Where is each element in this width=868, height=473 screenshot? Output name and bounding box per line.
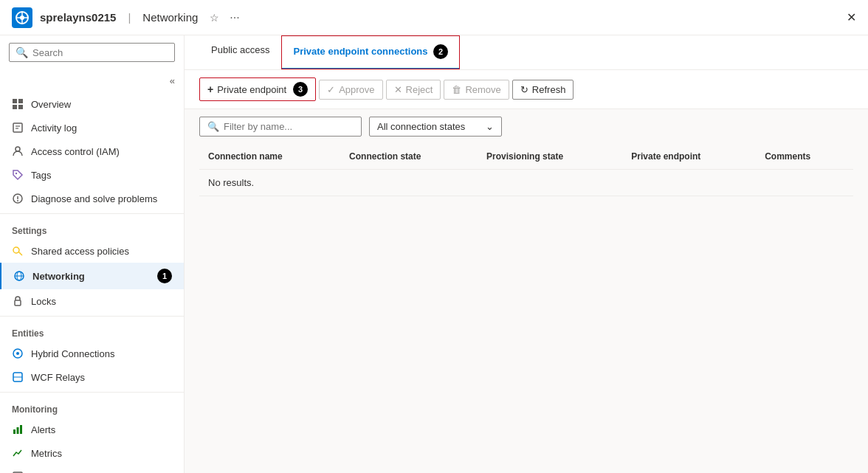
chevron-down-icon: ⌄ bbox=[486, 121, 494, 132]
svg-rect-8 bbox=[18, 105, 23, 109]
sidebar-item-wcf-relays[interactable]: WCF Relays bbox=[0, 365, 184, 389]
svg-rect-22 bbox=[15, 300, 21, 305]
refresh-button[interactable]: ↻ Refresh bbox=[512, 80, 574, 100]
sidebar-item-shared-access[interactable]: Shared access policies bbox=[0, 239, 184, 263]
search-box[interactable]: 🔍 bbox=[9, 43, 175, 62]
tab-private-label: Private endpoint connections bbox=[293, 46, 427, 57]
sidebar-item-overview[interactable]: Overview bbox=[0, 92, 184, 116]
sidebar-label-metrics: Metrics bbox=[31, 448, 62, 459]
svg-rect-28 bbox=[17, 427, 19, 434]
chevron-left-icon: « bbox=[170, 75, 175, 86]
svg-point-24 bbox=[16, 352, 19, 355]
svg-rect-29 bbox=[20, 425, 22, 434]
svg-rect-7 bbox=[13, 105, 17, 109]
sidebar-label-alerts: Alerts bbox=[31, 424, 55, 435]
reject-icon: ✕ bbox=[394, 84, 402, 95]
filter-row: 🔍 All connection states ⌄ bbox=[185, 109, 868, 144]
reject-button[interactable]: ✕ Reject bbox=[386, 80, 441, 100]
svg-rect-27 bbox=[13, 429, 16, 434]
sidebar-label-wcf: WCF Relays bbox=[31, 372, 85, 383]
sidebar-label-hybrid: Hybrid Connections bbox=[31, 348, 114, 359]
sidebar-item-hybrid-connections[interactable]: Hybrid Connections bbox=[0, 342, 184, 365]
table-no-results-row: No results. bbox=[199, 170, 853, 196]
refresh-icon: ↻ bbox=[520, 84, 528, 95]
tabs-bar: Public access Private endpoint connectio… bbox=[185, 35, 868, 70]
sidebar-item-diagnostic[interactable]: Diagnostic settings bbox=[0, 465, 184, 473]
favorite-icon[interactable]: ☆ bbox=[210, 12, 219, 24]
hybrid-icon bbox=[12, 348, 24, 359]
connections-table: Connection name Connection state Provisi… bbox=[199, 144, 853, 196]
overview-icon bbox=[12, 98, 24, 110]
sidebar-label-tags: Tags bbox=[31, 170, 51, 181]
col-provisioning-state: Provisioning state bbox=[478, 144, 622, 170]
sidebar-item-activity-log[interactable]: Activity log bbox=[0, 116, 184, 139]
svg-rect-5 bbox=[13, 99, 17, 103]
collapse-button[interactable]: « bbox=[0, 69, 184, 92]
settings-divider bbox=[0, 213, 184, 214]
lock-icon bbox=[12, 295, 24, 307]
entities-divider bbox=[0, 316, 184, 317]
monitoring-section-label: Monitoring bbox=[0, 396, 184, 418]
title-separator: | bbox=[128, 11, 131, 24]
app-icon bbox=[12, 7, 32, 28]
resource-name: sprelayns0215 bbox=[40, 11, 116, 24]
sidebar-label-overview: Overview bbox=[31, 99, 71, 110]
private-endpoint-label: Private endpoint bbox=[217, 84, 286, 95]
trash-icon: 🗑 bbox=[452, 84, 461, 95]
search-input[interactable] bbox=[32, 47, 168, 58]
sidebar-item-alerts[interactable]: Alerts bbox=[0, 418, 184, 441]
col-connection-name: Connection name bbox=[199, 144, 340, 170]
settings-section-label: Settings bbox=[0, 217, 184, 239]
diagnose-icon bbox=[12, 193, 24, 204]
page-title: Networking bbox=[142, 11, 198, 24]
monitoring-divider bbox=[0, 392, 184, 393]
tab-public-access[interactable]: Public access bbox=[199, 35, 281, 69]
approve-button[interactable]: ✓ Approve bbox=[319, 80, 382, 100]
metrics-icon bbox=[12, 447, 24, 459]
reject-label: Reject bbox=[406, 84, 433, 95]
sidebar-label-networking: Networking bbox=[32, 271, 85, 282]
close-button[interactable]: ✕ bbox=[847, 10, 856, 24]
sidebar-label-shared-access: Shared access policies bbox=[31, 246, 129, 257]
access-icon bbox=[12, 145, 24, 157]
wcf-icon bbox=[12, 371, 24, 383]
search-icon: 🔍 bbox=[16, 46, 28, 58]
filter-input-wrapper[interactable]: 🔍 bbox=[199, 117, 362, 137]
sidebar-item-access-control[interactable]: Access control (IAM) bbox=[0, 139, 184, 163]
svg-point-12 bbox=[16, 147, 20, 151]
table-container: Connection name Connection state Provisi… bbox=[185, 144, 868, 473]
tab-badge: 2 bbox=[433, 44, 448, 59]
svg-point-17 bbox=[13, 247, 19, 253]
sidebar-item-diagnose[interactable]: Diagnose and solve problems bbox=[0, 187, 184, 210]
title-bar: sprelayns0215 | Networking ☆ ··· ✕ bbox=[0, 0, 868, 35]
sidebar-item-locks[interactable]: Locks bbox=[0, 289, 184, 313]
more-options-icon[interactable]: ··· bbox=[230, 11, 239, 24]
sidebar-item-networking[interactable]: Networking 1 bbox=[0, 263, 184, 289]
connection-state-dropdown[interactable]: All connection states ⌄ bbox=[369, 117, 502, 137]
svg-rect-9 bbox=[13, 123, 22, 132]
remove-button[interactable]: 🗑 Remove bbox=[444, 80, 509, 100]
toolbar: + Private endpoint 3 ✓ Approve ✕ Reject … bbox=[185, 70, 868, 109]
sidebar-item-metrics[interactable]: Metrics bbox=[0, 441, 184, 465]
svg-point-13 bbox=[16, 173, 17, 174]
filter-search-icon: 🔍 bbox=[207, 121, 219, 132]
entities-section-label: Entities bbox=[0, 320, 184, 342]
sidebar-item-tags[interactable]: Tags bbox=[0, 163, 184, 187]
sidebar-scroll: Overview Activity log Access control (IA… bbox=[0, 92, 184, 473]
svg-point-16 bbox=[17, 200, 18, 201]
remove-label: Remove bbox=[465, 84, 500, 95]
title-actions: ✕ bbox=[847, 10, 856, 24]
private-endpoint-button[interactable]: + Private endpoint 3 bbox=[199, 77, 316, 101]
approve-label: Approve bbox=[339, 84, 374, 95]
tab-private-endpoint[interactable]: Private endpoint connections 2 bbox=[281, 35, 460, 69]
approve-icon: ✓ bbox=[327, 84, 335, 95]
tags-icon bbox=[12, 169, 24, 181]
activity-icon bbox=[12, 122, 24, 134]
key-icon bbox=[12, 245, 24, 257]
svg-line-18 bbox=[19, 252, 23, 256]
alerts-icon bbox=[12, 424, 24, 435]
svg-rect-6 bbox=[18, 99, 23, 103]
networking-step-badge: 1 bbox=[157, 269, 172, 283]
sidebar-label-access-control: Access control (IAM) bbox=[31, 146, 120, 157]
filter-by-name-input[interactable] bbox=[224, 121, 349, 132]
